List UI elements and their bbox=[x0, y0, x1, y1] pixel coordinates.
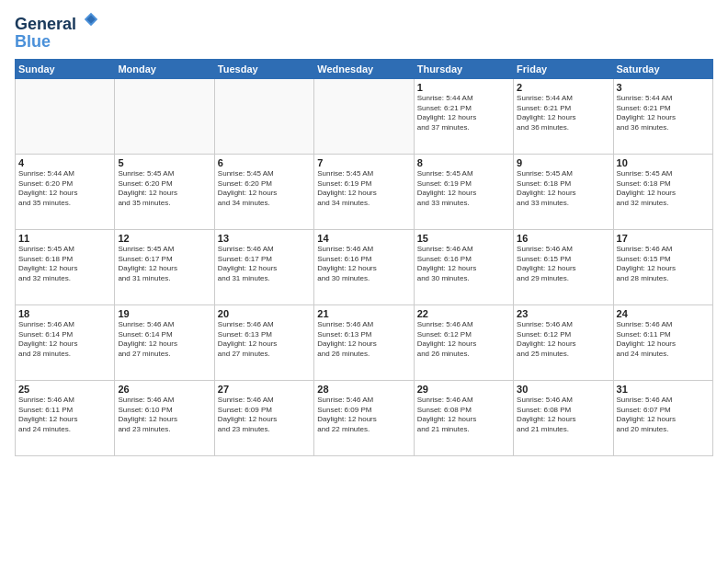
date-number: 19 bbox=[118, 308, 210, 319]
calendar-cell: 12Sunrise: 5:45 AM Sunset: 6:17 PM Dayli… bbox=[115, 229, 214, 304]
week-row-1: 4Sunrise: 5:44 AM Sunset: 6:20 PM Daylig… bbox=[16, 154, 713, 229]
weekday-header-wednesday: Wednesday bbox=[314, 59, 414, 78]
calendar-cell: 11Sunrise: 5:45 AM Sunset: 6:18 PM Dayli… bbox=[16, 229, 115, 304]
calendar-cell: 3Sunrise: 5:44 AM Sunset: 6:21 PM Daylig… bbox=[613, 78, 712, 154]
cell-info: Sunrise: 5:46 AM Sunset: 6:11 PM Dayligh… bbox=[617, 320, 710, 360]
cell-info: Sunrise: 5:46 AM Sunset: 6:16 PM Dayligh… bbox=[317, 245, 410, 284]
calendar-cell bbox=[115, 78, 214, 154]
cell-info: Sunrise: 5:46 AM Sunset: 6:10 PM Dayligh… bbox=[118, 396, 210, 435]
date-number: 20 bbox=[218, 308, 311, 319]
date-number: 27 bbox=[218, 384, 311, 395]
page-header: General Blue bbox=[15, 13, 713, 52]
date-number: 16 bbox=[517, 233, 609, 244]
date-number: 14 bbox=[317, 233, 410, 244]
weekday-header-monday: Monday bbox=[115, 59, 214, 78]
cell-info: Sunrise: 5:46 AM Sunset: 6:14 PM Dayligh… bbox=[118, 320, 210, 360]
date-number: 25 bbox=[18, 384, 111, 395]
calendar-cell bbox=[214, 78, 313, 154]
cell-info: Sunrise: 5:45 AM Sunset: 6:19 PM Dayligh… bbox=[317, 169, 410, 209]
date-number: 18 bbox=[18, 308, 111, 319]
calendar-cell bbox=[314, 78, 414, 154]
cell-info: Sunrise: 5:44 AM Sunset: 6:20 PM Dayligh… bbox=[18, 169, 111, 209]
cell-info: Sunrise: 5:44 AM Sunset: 6:21 PM Dayligh… bbox=[517, 94, 609, 133]
cell-info: Sunrise: 5:46 AM Sunset: 6:13 PM Dayligh… bbox=[317, 320, 410, 360]
date-number: 1 bbox=[417, 82, 510, 93]
cell-info: Sunrise: 5:46 AM Sunset: 6:15 PM Dayligh… bbox=[517, 245, 609, 284]
calendar-cell: 26Sunrise: 5:46 AM Sunset: 6:10 PM Dayli… bbox=[115, 380, 214, 455]
weekday-header-thursday: Thursday bbox=[414, 59, 513, 78]
cell-info: Sunrise: 5:46 AM Sunset: 6:13 PM Dayligh… bbox=[218, 320, 311, 360]
cell-info: Sunrise: 5:45 AM Sunset: 6:18 PM Dayligh… bbox=[617, 169, 710, 209]
date-number: 7 bbox=[317, 157, 410, 168]
date-number: 21 bbox=[317, 308, 410, 319]
calendar-cell: 21Sunrise: 5:46 AM Sunset: 6:13 PM Dayli… bbox=[314, 304, 414, 380]
cell-info: Sunrise: 5:46 AM Sunset: 6:09 PM Dayligh… bbox=[317, 396, 410, 435]
calendar-cell: 4Sunrise: 5:44 AM Sunset: 6:20 PM Daylig… bbox=[16, 154, 115, 229]
calendar-cell: 20Sunrise: 5:46 AM Sunset: 6:13 PM Dayli… bbox=[214, 304, 313, 380]
cell-info: Sunrise: 5:46 AM Sunset: 6:17 PM Dayligh… bbox=[218, 245, 311, 284]
week-row-4: 25Sunrise: 5:46 AM Sunset: 6:11 PM Dayli… bbox=[16, 380, 713, 455]
date-number: 31 bbox=[617, 384, 710, 395]
calendar-cell: 23Sunrise: 5:46 AM Sunset: 6:12 PM Dayli… bbox=[514, 304, 613, 380]
logo-icon bbox=[83, 11, 99, 28]
cell-info: Sunrise: 5:46 AM Sunset: 6:12 PM Dayligh… bbox=[517, 320, 609, 360]
date-number: 17 bbox=[617, 233, 710, 244]
week-row-3: 18Sunrise: 5:46 AM Sunset: 6:14 PM Dayli… bbox=[16, 304, 713, 380]
calendar-cell: 30Sunrise: 5:46 AM Sunset: 6:08 PM Dayli… bbox=[514, 380, 613, 455]
calendar-cell: 27Sunrise: 5:46 AM Sunset: 6:09 PM Dayli… bbox=[214, 380, 313, 455]
cell-info: Sunrise: 5:46 AM Sunset: 6:08 PM Dayligh… bbox=[417, 396, 510, 435]
calendar-cell: 29Sunrise: 5:46 AM Sunset: 6:08 PM Dayli… bbox=[414, 380, 513, 455]
date-number: 26 bbox=[118, 384, 210, 395]
week-row-0: 1Sunrise: 5:44 AM Sunset: 6:21 PM Daylig… bbox=[16, 78, 713, 154]
date-number: 5 bbox=[118, 157, 210, 168]
date-number: 15 bbox=[417, 233, 510, 244]
calendar-cell: 18Sunrise: 5:46 AM Sunset: 6:14 PM Dayli… bbox=[16, 304, 115, 380]
cell-info: Sunrise: 5:45 AM Sunset: 6:17 PM Dayligh… bbox=[118, 245, 210, 284]
calendar-cell: 17Sunrise: 5:46 AM Sunset: 6:15 PM Dayli… bbox=[613, 229, 712, 304]
date-number: 10 bbox=[617, 157, 710, 168]
cell-info: Sunrise: 5:46 AM Sunset: 6:11 PM Dayligh… bbox=[18, 396, 111, 435]
date-number: 23 bbox=[517, 308, 609, 319]
calendar-cell: 1Sunrise: 5:44 AM Sunset: 6:21 PM Daylig… bbox=[414, 78, 513, 154]
logo-blue: Blue bbox=[15, 32, 51, 52]
cell-info: Sunrise: 5:46 AM Sunset: 6:07 PM Dayligh… bbox=[617, 396, 710, 435]
date-number: 11 bbox=[18, 233, 111, 244]
date-number: 29 bbox=[417, 384, 510, 395]
date-number: 30 bbox=[517, 384, 609, 395]
cell-info: Sunrise: 5:45 AM Sunset: 6:20 PM Dayligh… bbox=[118, 169, 210, 209]
weekday-header-tuesday: Tuesday bbox=[214, 59, 313, 78]
calendar-cell: 6Sunrise: 5:45 AM Sunset: 6:20 PM Daylig… bbox=[214, 154, 313, 229]
cell-info: Sunrise: 5:45 AM Sunset: 6:18 PM Dayligh… bbox=[517, 169, 609, 209]
week-row-2: 11Sunrise: 5:45 AM Sunset: 6:18 PM Dayli… bbox=[16, 229, 713, 304]
calendar-cell: 13Sunrise: 5:46 AM Sunset: 6:17 PM Dayli… bbox=[214, 229, 313, 304]
date-number: 6 bbox=[218, 157, 311, 168]
calendar-cell: 22Sunrise: 5:46 AM Sunset: 6:12 PM Dayli… bbox=[414, 304, 513, 380]
cell-info: Sunrise: 5:46 AM Sunset: 6:09 PM Dayligh… bbox=[218, 396, 311, 435]
cell-info: Sunrise: 5:46 AM Sunset: 6:12 PM Dayligh… bbox=[417, 320, 510, 360]
cell-info: Sunrise: 5:44 AM Sunset: 6:21 PM Dayligh… bbox=[417, 94, 510, 133]
date-number: 2 bbox=[517, 82, 609, 93]
calendar-cell bbox=[16, 78, 115, 154]
cell-info: Sunrise: 5:45 AM Sunset: 6:20 PM Dayligh… bbox=[218, 169, 311, 209]
date-number: 4 bbox=[18, 157, 111, 168]
calendar-table: SundayMondayTuesdayWednesdayThursdayFrid… bbox=[15, 59, 713, 456]
calendar-cell: 25Sunrise: 5:46 AM Sunset: 6:11 PM Dayli… bbox=[16, 380, 115, 455]
calendar-cell: 28Sunrise: 5:46 AM Sunset: 6:09 PM Dayli… bbox=[314, 380, 414, 455]
date-number: 22 bbox=[417, 308, 510, 319]
calendar-cell: 9Sunrise: 5:45 AM Sunset: 6:18 PM Daylig… bbox=[514, 154, 613, 229]
date-number: 3 bbox=[617, 82, 710, 93]
calendar-cell: 14Sunrise: 5:46 AM Sunset: 6:16 PM Dayli… bbox=[314, 229, 414, 304]
weekday-header-friday: Friday bbox=[514, 59, 613, 78]
cell-info: Sunrise: 5:46 AM Sunset: 6:15 PM Dayligh… bbox=[617, 245, 710, 284]
calendar-cell: 19Sunrise: 5:46 AM Sunset: 6:14 PM Dayli… bbox=[115, 304, 214, 380]
date-number: 28 bbox=[317, 384, 410, 395]
date-number: 24 bbox=[617, 308, 710, 319]
calendar-cell: 8Sunrise: 5:45 AM Sunset: 6:19 PM Daylig… bbox=[414, 154, 513, 229]
calendar-cell: 5Sunrise: 5:45 AM Sunset: 6:20 PM Daylig… bbox=[115, 154, 214, 229]
calendar-cell: 31Sunrise: 5:46 AM Sunset: 6:07 PM Dayli… bbox=[613, 380, 712, 455]
calendar-cell: 10Sunrise: 5:45 AM Sunset: 6:18 PM Dayli… bbox=[613, 154, 712, 229]
cell-info: Sunrise: 5:44 AM Sunset: 6:21 PM Dayligh… bbox=[617, 94, 710, 133]
calendar-cell: 15Sunrise: 5:46 AM Sunset: 6:16 PM Dayli… bbox=[414, 229, 513, 304]
calendar-cell: 16Sunrise: 5:46 AM Sunset: 6:15 PM Dayli… bbox=[514, 229, 613, 304]
cell-info: Sunrise: 5:45 AM Sunset: 6:19 PM Dayligh… bbox=[417, 169, 510, 209]
